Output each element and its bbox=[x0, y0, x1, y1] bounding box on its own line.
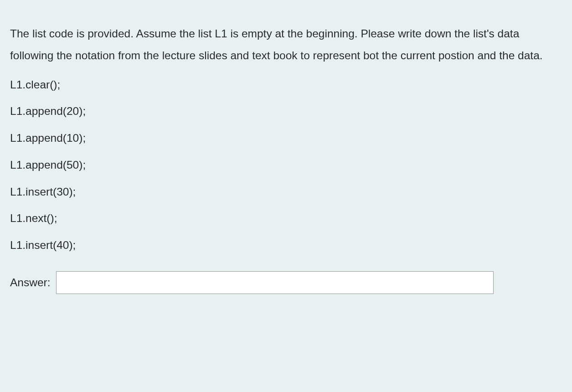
code-line: L1.insert(30); bbox=[10, 184, 562, 201]
code-line: L1.append(50); bbox=[10, 157, 562, 174]
answer-label: Answer: bbox=[10, 272, 51, 294]
answer-row: Answer: bbox=[10, 271, 562, 294]
code-line: L1.insert(40); bbox=[10, 237, 562, 254]
answer-input[interactable] bbox=[56, 271, 494, 294]
code-line: L1.clear(); bbox=[10, 77, 562, 93]
code-line: L1.append(20); bbox=[10, 103, 562, 120]
question-instruction: The list code is provided. Assume the li… bbox=[10, 23, 562, 67]
question-container: The list code is provided. Assume the li… bbox=[10, 23, 562, 294]
code-line: L1.next(); bbox=[10, 210, 562, 227]
code-line: L1.append(10); bbox=[10, 130, 562, 147]
